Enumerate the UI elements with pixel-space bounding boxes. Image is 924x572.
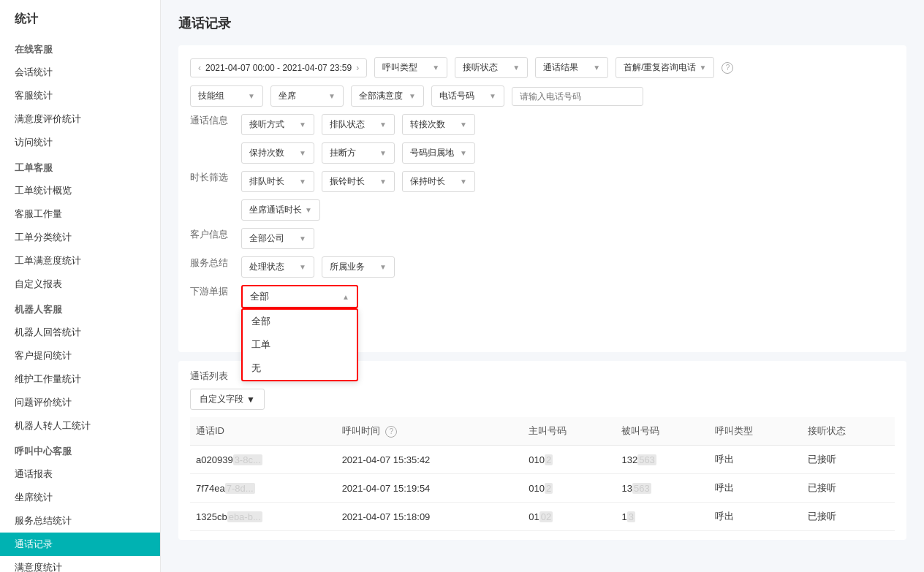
sidebar-item-gongdan-fenlei[interactable]: 工单分类统计	[0, 226, 160, 249]
downstream-option-none[interactable]: 无	[243, 356, 357, 380]
answer-status-label: 接听状态	[463, 61, 498, 74]
section-online-service: 在线客服	[0, 36, 160, 61]
phone-code-label: 电话号码	[439, 90, 474, 102]
customer-info-label: 客户信息	[190, 228, 241, 241]
sidebar-item-huihua[interactable]: 会话统计	[0, 61, 160, 84]
sidebar-item-kefu[interactable]: 客服统计	[0, 84, 160, 107]
cell-id-1: a0209393-8c...	[190, 446, 336, 474]
company-select[interactable]: 全部公司 ▼	[241, 228, 314, 249]
date-prev-btn[interactable]: ‹	[198, 63, 201, 73]
date-range-picker[interactable]: ‹ 2021-04-07 00:00 - 2021-04-07 23:59 ›	[190, 58, 367, 77]
sidebar-item-wenti-pingjia[interactable]: 问题评价统计	[0, 391, 160, 414]
downstream-option-ticket[interactable]: 工单	[243, 333, 357, 356]
agent-talk-duration-select[interactable]: 坐席通话时长 ▼	[241, 199, 320, 221]
table-header: 通话ID 呼叫时间 ? 主叫号码 被叫号码 呼叫类型 接听状态	[190, 417, 895, 446]
queue-duration-select[interactable]: 排队时长 ▼	[241, 171, 314, 192]
main-content: 通话记录 ‹ 2021-04-07 00:00 - 2021-04-07 23:…	[161, 0, 924, 572]
business-type-label: 所属业务	[330, 261, 365, 273]
table-row[interactable]: 7f74ea7-8d... 2021-04-07 15:19:54 0102 1…	[190, 474, 895, 503]
sidebar-item-manyidu[interactable]: 满意度评价统计	[0, 107, 160, 131]
call-result-select[interactable]: 通话结果 ▼	[535, 57, 608, 78]
cell-answer-status-1: 已接听	[802, 446, 895, 474]
cell-call-type-2: 呼出	[709, 474, 802, 503]
phone-code-arrow: ▼	[489, 92, 496, 100]
sidebar-item-fuwu-zongjie[interactable]: 服务总结统计	[0, 509, 160, 533]
call-type-arrow: ▼	[432, 64, 439, 72]
table-row[interactable]: a0209393-8c... 2021-04-07 15:35:42 0102 …	[190, 446, 895, 474]
business-type-select[interactable]: 所属业务 ▼	[322, 256, 395, 278]
hold-times-label: 保持次数	[249, 147, 284, 159]
transfer-times-select[interactable]: 转接次数 ▼	[402, 114, 475, 135]
downstream-value: 全部	[250, 290, 269, 303]
service-summary-content: 处理状态 ▼ 所属业务 ▼	[241, 256, 395, 278]
number-region-select[interactable]: 号码归属地 ▼	[402, 142, 475, 164]
sidebar-item-tonghua-baobiao[interactable]: 通话报表	[0, 462, 160, 486]
sidebar-item-manyidu2[interactable]: 满意度统计	[0, 556, 160, 572]
duration-row: 时长筛选 排队时长 ▼ 振铃时长 ▼ 保持时长 ▼	[190, 171, 895, 192]
call-info-row: 通话信息 接听方式 ▼ 排队状态 ▼ 转接次数 ▼	[190, 114, 895, 135]
col-caller: 主叫号码	[523, 417, 616, 446]
customer-info-row: 客户信息 全部公司 ▼	[190, 228, 895, 249]
call-type-select[interactable]: 呼叫类型 ▼	[374, 57, 447, 78]
sidebar-item-jiqiren-huida[interactable]: 机器人回答统计	[0, 321, 160, 344]
cell-caller-3: 0102	[523, 503, 616, 531]
cell-callee-3: 13	[616, 503, 708, 531]
col-call-time: 呼叫时间 ?	[336, 417, 523, 446]
sidebar-item-kehu-tiwen[interactable]: 客户提问统计	[0, 344, 160, 367]
call-info-label: 通话信息	[190, 114, 241, 127]
cell-answer-status-3: 已接听	[802, 503, 895, 531]
sidebar-item-gongdan-manyidu[interactable]: 工单满意度统计	[0, 249, 160, 272]
page-title: 通话记录	[178, 15, 906, 32]
sidebar-item-tonghua-jilu[interactable]: 通话记录	[0, 533, 160, 556]
call-time-help-icon[interactable]: ?	[385, 426, 397, 438]
sidebar-item-zuoxi[interactable]: 坐席统计	[0, 486, 160, 509]
hold-times-select[interactable]: 保持次数 ▼	[241, 142, 314, 164]
downstream-label: 下游单据	[190, 285, 241, 298]
downstream-option-all[interactable]: 全部	[243, 310, 357, 333]
cell-id-2: 7f74ea7-8d...	[190, 474, 336, 503]
hang-up-select[interactable]: 挂断方 ▼	[322, 142, 395, 164]
help-icon[interactable]: ?	[722, 62, 733, 74]
answer-method-select[interactable]: 接听方式 ▼	[241, 114, 314, 135]
table-row[interactable]: 1325cbeba-b... 2021-04-07 15:18:09 0102 …	[190, 503, 895, 531]
call-type-label: 呼叫类型	[382, 61, 417, 74]
phone-input[interactable]	[512, 87, 643, 106]
downstream-dropdown-container: 全部 ▲ 全部 工单 无	[241, 285, 358, 308]
company-label: 全部公司	[249, 232, 284, 245]
queue-status-select[interactable]: 排队状态 ▼	[322, 114, 395, 135]
cell-caller-1: 0102	[523, 446, 616, 474]
answer-status-select[interactable]: 接听状态 ▼	[455, 57, 528, 78]
custom-fields-button[interactable]: 自定义字段 ▼	[190, 389, 265, 410]
section-robot: 机器人客服	[0, 296, 160, 321]
service-summary-row: 服务总结 处理状态 ▼ 所属业务 ▼	[190, 256, 895, 278]
skill-group-select[interactable]: 技能组 ▼	[190, 85, 263, 107]
table-header-row: 自定义字段 ▼	[190, 389, 895, 410]
ring-duration-select[interactable]: 振铃时长 ▼	[322, 171, 395, 192]
transfer-times-label: 转接次数	[410, 118, 445, 131]
sidebar-item-jiqiren-rengong[interactable]: 机器人转人工统计	[0, 414, 160, 438]
call-info-content2: 保持次数 ▼ 挂断方 ▼ 号码归属地 ▼	[241, 142, 475, 164]
col-answer-status: 接听状态	[802, 417, 895, 446]
call-result-arrow: ▼	[593, 64, 600, 72]
sidebar: 统计 在线客服 会话统计 客服统计 满意度评价统计 访问统计 工单客服 工单统计…	[0, 0, 161, 572]
answer-method-label: 接听方式	[249, 118, 284, 131]
sidebar-item-gongdan-gaikuang[interactable]: 工单统计概览	[0, 179, 160, 202]
customer-info-content: 全部公司 ▼	[241, 228, 314, 249]
phone-code-select[interactable]: 电话号码 ▼	[431, 85, 504, 107]
date-next-btn[interactable]: ›	[356, 63, 359, 73]
agent-select[interactable]: 坐席 ▼	[270, 85, 344, 107]
sidebar-item-kefu-gongzuoliang[interactable]: 客服工作量	[0, 202, 160, 226]
section-callcenter: 呼叫中心客服	[0, 438, 160, 462]
sidebar-item-fangwen[interactable]: 访问统计	[0, 131, 160, 154]
duration-content: 排队时长 ▼ 振铃时长 ▼ 保持时长 ▼	[241, 171, 475, 192]
process-status-select[interactable]: 处理状态 ▼	[241, 256, 314, 278]
cell-call-type-1: 呼出	[709, 446, 802, 474]
cell-callee-1: 132563	[616, 446, 708, 474]
downstream-select[interactable]: 全部 ▲	[241, 285, 358, 308]
satisfaction-select[interactable]: 全部满意度 ▼	[351, 85, 424, 107]
cell-call-type-3: 呼出	[709, 503, 802, 531]
hold-duration-select[interactable]: 保持时长 ▼	[402, 171, 475, 192]
sidebar-item-weihu[interactable]: 维护工作量统计	[0, 367, 160, 391]
sidebar-item-zidingyi[interactable]: 自定义报表	[0, 272, 160, 296]
first-repeat-select[interactable]: 首解/重复咨询电话 ▼	[616, 57, 714, 78]
